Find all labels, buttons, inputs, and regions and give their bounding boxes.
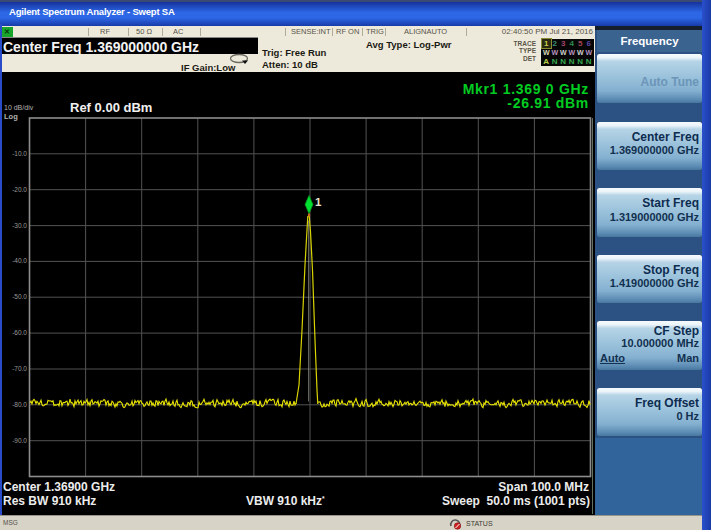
svg-text:-30.0: -30.0 (12, 222, 27, 229)
svg-text:-60.0: -60.0 (12, 329, 27, 336)
svg-text:1: 1 (315, 196, 322, 208)
svg-text:-80.0: -80.0 (12, 401, 27, 408)
svg-text:-90.0: -90.0 (12, 437, 27, 444)
svg-text:-10.0: -10.0 (12, 150, 27, 157)
svg-text:-70.0: -70.0 (12, 365, 27, 372)
svg-text:-50.0: -50.0 (12, 293, 27, 300)
svg-text:-20.0: -20.0 (12, 186, 27, 193)
svg-text:-40.0: -40.0 (12, 257, 27, 264)
